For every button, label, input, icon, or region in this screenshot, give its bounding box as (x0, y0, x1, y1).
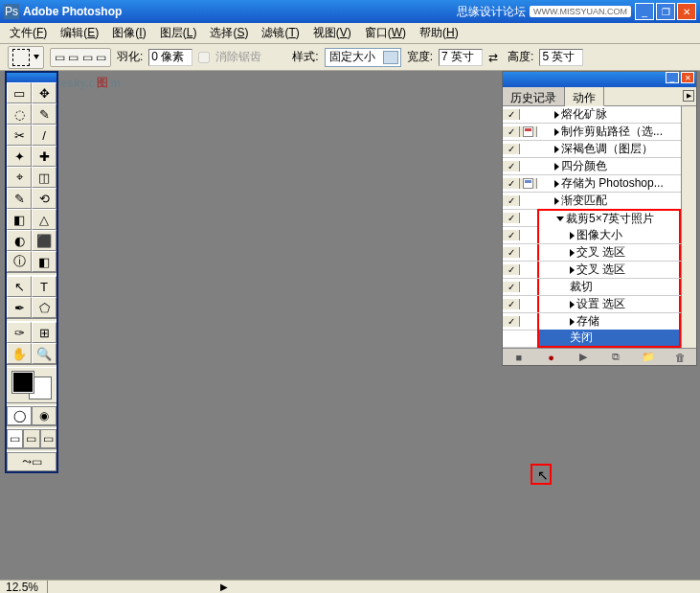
menu-help[interactable]: 帮助(H) (414, 23, 464, 43)
tool-button-8[interactable]: ⌖ (7, 167, 32, 188)
panel-menu-button[interactable]: ▶ (683, 90, 694, 102)
status-menu-icon[interactable]: ▶ (220, 582, 228, 592)
disclosure-triangle-icon[interactable] (556, 217, 564, 221)
action-row[interactable]: 四分颜色 (503, 158, 681, 175)
panel-minimize-button[interactable]: _ (666, 72, 679, 83)
tool-button-0[interactable]: ▭ (7, 82, 32, 103)
tool-button-6[interactable]: ✦ (7, 146, 32, 167)
menu-layer[interactable]: 图层(L) (154, 23, 203, 43)
action-row[interactable]: 存储为 Photoshop... (503, 175, 681, 193)
action-row[interactable]: 存储 (503, 313, 681, 331)
screen-mode-full-menu[interactable]: ▭ (23, 429, 39, 448)
width-input[interactable] (439, 49, 483, 66)
action-row[interactable]: 渐变匹配 (503, 193, 681, 210)
color-swatches[interactable] (7, 368, 56, 402)
toolbox-header[interactable] (7, 73, 56, 82)
tool-button-15[interactable]: ⬛ (32, 230, 56, 251)
toggle-checkbox[interactable] (506, 264, 516, 275)
fg-swatch[interactable] (12, 372, 34, 393)
maximize-button[interactable]: ❐ (656, 3, 675, 20)
tool-button-23[interactable]: ⊞ (32, 322, 56, 343)
action-row[interactable]: 熔化矿脉 (503, 106, 681, 124)
action-row[interactable]: 交叉 选区 (503, 244, 681, 262)
delete-button[interactable]: 🗑 (664, 352, 696, 363)
zoom-level[interactable]: 12.5% (0, 581, 48, 594)
toggle-checkbox[interactable] (506, 126, 516, 137)
tool-button-2[interactable]: ◌ (7, 103, 32, 125)
tool-button-25[interactable]: 🔍 (32, 343, 56, 364)
tool-button-11[interactable]: ⟲ (32, 188, 56, 209)
dialog-toggle-icon[interactable] (523, 178, 533, 189)
menu-edit[interactable]: 编辑(E) (55, 23, 104, 43)
feather-input[interactable] (148, 49, 192, 66)
menu-view[interactable]: 视图(V) (307, 23, 357, 43)
disclosure-triangle-icon[interactable] (554, 163, 559, 171)
toggle-checkbox[interactable] (506, 282, 516, 292)
tool-button-14[interactable]: ◐ (7, 230, 32, 251)
tool-button-13[interactable]: △ (32, 209, 56, 230)
tool-button-1[interactable]: ✥ (32, 82, 56, 103)
action-row[interactable]: 设置 选区 (503, 296, 681, 313)
dialog-toggle-icon[interactable] (523, 126, 533, 137)
menu-filter[interactable]: 滤镜(T) (256, 23, 305, 43)
swap-dimensions-icon[interactable] (488, 51, 502, 64)
toggle-checkbox[interactable] (506, 178, 516, 189)
tool-button-3[interactable]: ✎ (32, 103, 56, 125)
tab-actions[interactable]: 动作 (565, 87, 604, 106)
disclosure-triangle-icon[interactable] (570, 232, 575, 239)
tool-button-20[interactable]: ✒ (7, 297, 32, 318)
disclosure-triangle-icon[interactable] (570, 318, 575, 326)
record-button[interactable]: ● (535, 352, 568, 363)
action-row[interactable]: 图像大小 (503, 227, 681, 244)
disclosure-triangle-icon[interactable] (554, 111, 559, 119)
action-row[interactable]: 裁剪5×7英寸照片 (503, 210, 681, 227)
panel-header[interactable]: _ ✕ (503, 72, 696, 87)
disclosure-triangle-icon[interactable] (554, 146, 559, 153)
disclosure-triangle-icon[interactable] (570, 266, 575, 274)
style-select[interactable]: 固定大小 (325, 48, 401, 67)
disclosure-triangle-icon[interactable] (570, 249, 575, 257)
toggle-checkbox[interactable] (506, 195, 516, 206)
disclosure-triangle-icon[interactable] (554, 180, 559, 188)
tab-history[interactable]: 历史记录 (503, 87, 565, 105)
disclosure-triangle-icon[interactable] (554, 197, 559, 205)
menu-window[interactable]: 窗口(W) (359, 23, 412, 43)
tool-button-5[interactable]: / (32, 125, 56, 146)
tool-button-10[interactable]: ✎ (7, 188, 32, 209)
action-row[interactable]: 深褐色调（图层） (503, 141, 681, 158)
action-row[interactable]: 交叉 选区 (503, 262, 681, 279)
edit-mode-standard[interactable]: ◯ (7, 406, 32, 425)
jump-to-imageready[interactable]: ⤳▭ (7, 452, 56, 471)
tool-button-17[interactable]: ◧ (32, 251, 56, 272)
menu-select[interactable]: 选择(S) (204, 23, 254, 43)
stop-button[interactable]: ■ (503, 352, 535, 363)
toggle-checkbox[interactable] (506, 316, 516, 327)
menu-image[interactable]: 图像(I) (106, 23, 151, 43)
play-button[interactable]: ▶ (567, 351, 599, 363)
close-button[interactable]: ✕ (677, 3, 696, 20)
screen-mode-full[interactable]: ▭ (40, 429, 56, 448)
toggle-checkbox[interactable] (506, 144, 516, 154)
action-row[interactable]: 裁切 (503, 279, 681, 296)
tool-button-7[interactable]: ✚ (32, 146, 56, 167)
toggle-checkbox[interactable] (506, 247, 516, 258)
action-row[interactable]: 关闭 (503, 331, 681, 348)
scrollbar[interactable] (681, 106, 696, 348)
disclosure-triangle-icon[interactable] (570, 301, 575, 308)
tool-preset-well[interactable] (8, 46, 44, 69)
new-set-button[interactable]: ⧉ (599, 351, 632, 363)
tool-button-22[interactable]: ✑ (7, 322, 32, 343)
tool-button-24[interactable]: ✋ (7, 343, 32, 364)
tool-button-18[interactable]: ↖ (7, 276, 32, 297)
screen-mode-standard[interactable]: ▭ (7, 429, 23, 448)
panel-close-button[interactable]: ✕ (681, 72, 694, 83)
tool-button-12[interactable]: ◧ (7, 209, 32, 230)
toggle-checkbox[interactable] (506, 299, 516, 309)
tool-button-19[interactable]: T (32, 276, 56, 297)
marquee-mode-group[interactable]: ▭ ▭ ▭ ▭ (50, 48, 111, 67)
disclosure-triangle-icon[interactable] (554, 128, 559, 136)
action-row[interactable]: 制作剪贴路径（选... (503, 124, 681, 141)
toggle-checkbox[interactable] (506, 109, 516, 120)
tool-button-9[interactable]: ◫ (32, 167, 56, 188)
tool-button-4[interactable]: ✂ (7, 125, 32, 146)
